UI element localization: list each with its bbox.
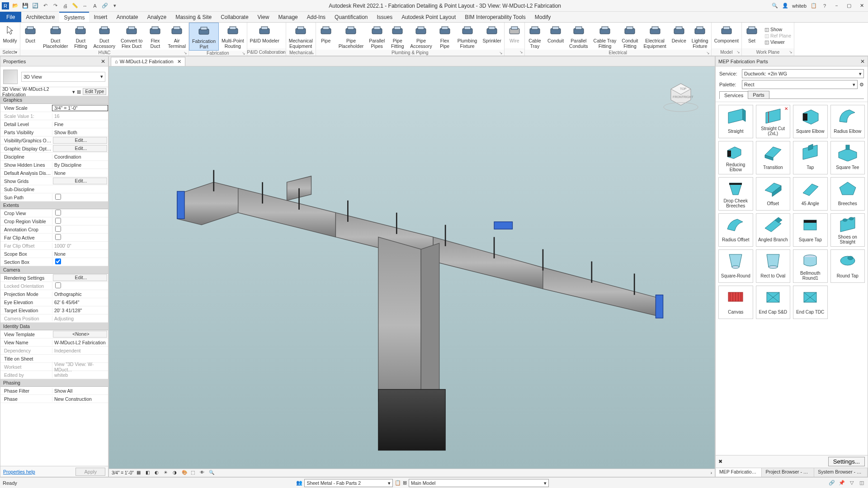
- fab-tab-services[interactable]: Services: [719, 91, 748, 99]
- set-button[interactable]: Set: [742, 23, 762, 48]
- multi-point-routing-button[interactable]: Multi-PointRouting: [219, 23, 247, 51]
- select-links-icon[interactable]: 🔗: [828, 479, 835, 487]
- ribbon-group-electrical[interactable]: Electrical↘: [525, 50, 711, 56]
- fab-tab-parts[interactable]: Parts: [748, 91, 769, 99]
- prop-value[interactable]: Fine: [52, 122, 108, 127]
- device-button[interactable]: Device: [669, 23, 689, 50]
- apply-button[interactable]: Apply: [75, 468, 105, 476]
- model-select[interactable]: Main Model▾: [409, 479, 549, 487]
- settings-button[interactable]: Settings...: [828, 457, 865, 466]
- instance-name[interactable]: 3D View: W-MDuct-L2 Fabrication: [2, 86, 71, 97]
- duct-accessory-button[interactable]: DuctAccessory: [90, 23, 118, 50]
- part-round-tap[interactable]: Round Tap: [830, 249, 865, 283]
- sync-icon[interactable]: 🔄: [32, 2, 39, 9]
- pipe-accessory-button[interactable]: PipeAccessory: [407, 23, 434, 50]
- select-panel-label[interactable]: Select ▾: [0, 48, 20, 56]
- prop-value[interactable]: [52, 234, 108, 241]
- palette-settings-icon[interactable]: ⚙: [859, 82, 864, 88]
- prop-value[interactable]: Edit...: [53, 137, 107, 144]
- flex-pipe-button[interactable]: FlexPipe: [435, 23, 455, 50]
- prop-value[interactable]: 62' 6 45/64": [52, 300, 108, 305]
- view-scale-label[interactable]: 3/4" = 1'-0": [112, 470, 134, 475]
- part-end-cap-tdc[interactable]: End Cap TDC: [793, 286, 828, 319]
- prop-value[interactable]: [52, 282, 108, 289]
- hide-icon[interactable]: 👁: [200, 470, 206, 476]
- prop-section-extents[interactable]: Extents: [0, 202, 108, 209]
- tab-architecture[interactable]: Architecture: [21, 12, 59, 22]
- tab-issues[interactable]: Issues: [373, 12, 397, 22]
- username[interactable]: whiteb: [792, 3, 807, 9]
- undo-icon[interactable]: ↶: [42, 2, 49, 9]
- wire-button[interactable]: Wire: [505, 23, 524, 48]
- sun-icon[interactable]: ☀: [164, 470, 170, 476]
- worksharing-icon[interactable]: 👥: [296, 480, 302, 486]
- cable-tray-button[interactable]: CableTray: [525, 23, 545, 50]
- part-tap[interactable]: Tap: [793, 141, 828, 174]
- sprinkler-button[interactable]: Sprinkler: [480, 23, 504, 50]
- ribbon-group-misc[interactable]: ↘: [505, 48, 524, 56]
- flex-duct-button[interactable]: FlexDuct: [145, 23, 165, 50]
- maximize-button[interactable]: ▢: [844, 1, 854, 10]
- tab-insert[interactable]: Insert: [89, 12, 112, 22]
- prop-value[interactable]: [52, 258, 108, 265]
- ribbon-group-work-plane[interactable]: Work Plane↘: [742, 48, 794, 56]
- part-rect-to-oval[interactable]: Rect to Oval: [756, 249, 791, 283]
- air-terminal-button[interactable]: AirTerminal: [165, 23, 189, 50]
- open-icon[interactable]: 📂: [12, 2, 19, 9]
- duct-fitting-button[interactable]: DuctFitting: [71, 23, 90, 50]
- tab-bim-interoperability-tools[interactable]: BIM Interoperability Tools: [460, 12, 530, 22]
- ribbon-group-p-id-collaboration[interactable]: P&ID Collaboration↘: [247, 48, 286, 56]
- part-angled-branch[interactable]: Angled Branch: [756, 213, 791, 247]
- part-drop-cheek-breeches[interactable]: Drop Cheek Breeches: [718, 177, 753, 211]
- service-select[interactable]: Ductwork: +2in WG▾: [742, 69, 864, 78]
- tag-icon[interactable]: 🔗: [101, 2, 108, 9]
- dimension-icon[interactable]: ↔: [81, 2, 89, 9]
- electrical-equipment-button[interactable]: ElectricalEquipment: [641, 23, 669, 50]
- fabrication-part-button[interactable]: FabricationPart: [189, 23, 219, 51]
- favorites-icon[interactable]: 📋: [810, 2, 817, 9]
- search-icon[interactable]: 🔍: [771, 2, 778, 9]
- detail-icon[interactable]: ◧: [146, 470, 152, 476]
- cable-tray-fitting-button[interactable]: Cable TrayFitting: [591, 23, 619, 50]
- tab-view[interactable]: View: [253, 12, 274, 22]
- prop-value[interactable]: [52, 210, 108, 216]
- prop-section-graphics[interactable]: Graphics: [0, 96, 108, 104]
- tab-analyze[interactable]: Analyze: [142, 12, 171, 22]
- pipe-button[interactable]: Pipe: [316, 23, 336, 50]
- prop-value[interactable]: New Construction: [52, 396, 108, 402]
- remove-icon[interactable]: ✕: [784, 106, 788, 111]
- prop-value[interactable]: <None>: [53, 331, 107, 338]
- bottom-tab-1[interactable]: Project Browser - Fabric...: [762, 468, 814, 477]
- type-selector[interactable]: 3D View▾: [0, 66, 108, 87]
- scale-icon[interactable]: ▦: [137, 470, 143, 476]
- visual-style-icon[interactable]: ◐: [155, 470, 161, 476]
- part-offset[interactable]: Offset: [756, 177, 791, 211]
- part-transition[interactable]: Transition: [756, 141, 791, 174]
- conduit-button[interactable]: Conduit: [545, 23, 566, 50]
- view-tab-active[interactable]: ⌂ W-MDuct-L2 Fabrication ✕: [111, 57, 185, 66]
- tab-manage[interactable]: Manage: [274, 12, 302, 22]
- properties-help-link[interactable]: Properties help: [3, 469, 35, 474]
- component-button[interactable]: Component: [712, 23, 741, 48]
- 3d-viewport[interactable]: TOP FRONT RIGHT: [109, 66, 715, 469]
- prop-value[interactable]: Show Both: [52, 130, 108, 135]
- plumbing-fixture-button[interactable]: PlumbingFixture: [455, 23, 480, 50]
- part-canvas[interactable]: Canvas: [718, 286, 753, 319]
- prop-value[interactable]: None: [52, 251, 108, 257]
- ribbon-group-plumbing-piping[interactable]: Plumbing & Piping↘: [316, 50, 504, 56]
- prop-value[interactable]: Show All: [52, 388, 108, 394]
- modify-tool[interactable]: Modify: [0, 23, 20, 48]
- part-square-tap[interactable]: Square Tap: [793, 213, 828, 247]
- close-fabrication-icon[interactable]: ✕: [860, 58, 865, 65]
- part-shoes-on-straight[interactable]: Shoes on Straight: [830, 213, 865, 247]
- prop-value[interactable]: [52, 226, 108, 233]
- close-button[interactable]: ✕: [857, 1, 866, 10]
- ribbon-group-mechanical[interactable]: Mechanical↘: [286, 50, 316, 56]
- lighting-fixture-button[interactable]: LightingFixture: [689, 23, 711, 50]
- duct-placeholder-button[interactable]: DuctPlaceholder: [40, 23, 71, 50]
- part-straight[interactable]: Straight: [718, 105, 753, 138]
- prop-value[interactable]: 3/4" = 1'-0": [52, 105, 108, 111]
- part-radius-offset[interactable]: Radius Offset: [718, 213, 753, 247]
- save-icon[interactable]: 💾: [22, 2, 29, 9]
- fab-tool-icon[interactable]: ✖: [718, 459, 722, 465]
